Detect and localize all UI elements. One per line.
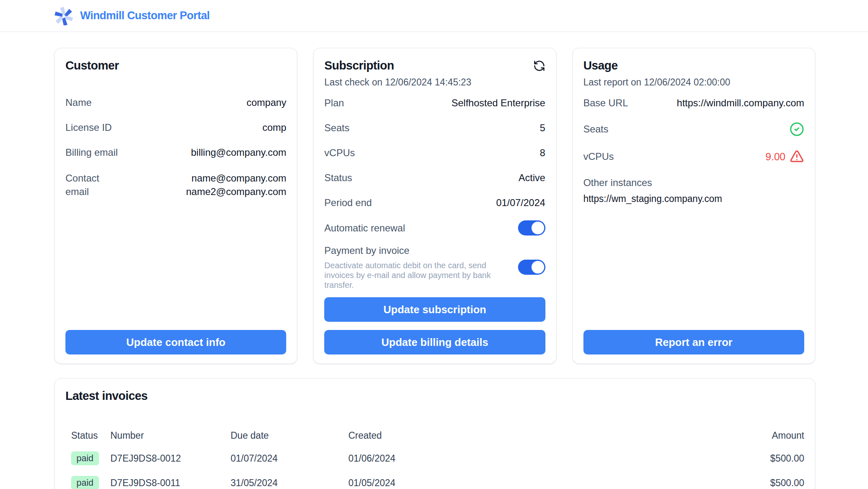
billing-email-value: billing@company.com	[191, 146, 286, 159]
payment-by-invoice-label: Payment by invoice	[324, 244, 501, 257]
base-url-label: Base URL	[583, 97, 628, 109]
billing-email-row: Billing email billing@company.com	[65, 146, 286, 159]
invoice-due-date: 31/05/2024	[231, 478, 348, 489]
period-end-row: Period end 01/07/2024	[324, 197, 545, 209]
subscription-rows: Plan Selfhosted Enterprise Seats 5 vCPUs…	[324, 97, 545, 209]
column-due-date: Due date	[231, 429, 348, 442]
summary-cards-row: Customer Name company License ID comp Bi…	[54, 48, 815, 364]
usage-seats-status	[789, 122, 804, 137]
column-created: Created	[348, 429, 714, 442]
automatic-renewal-label: Automatic renewal	[324, 222, 405, 234]
usage-rows: Base URL https://windmill.company.com Se…	[583, 97, 804, 204]
usage-card-title: Usage	[583, 58, 804, 73]
status-badge: paid	[71, 476, 99, 489]
refresh-icon[interactable]	[533, 60, 545, 72]
vcpus-row: vCPUs 8	[324, 147, 545, 159]
usage-seats-label: Seats	[583, 123, 608, 135]
update-contact-info-button[interactable]: Update contact info	[65, 330, 286, 354]
invoice-number: D7EJ9DS8-0012	[110, 453, 231, 464]
name-label: Name	[65, 96, 92, 109]
license-id-value: comp	[262, 121, 287, 134]
seats-row: Seats 5	[324, 122, 545, 134]
main-content: Customer Name company License ID comp Bi…	[0, 48, 868, 489]
invoice-created: 01/06/2024	[348, 453, 714, 464]
invoices-table-header: Status Number Due date Created Amount	[71, 429, 804, 442]
base-url-value: https://windmill.company.com	[677, 97, 804, 109]
invoice-row: paid D7EJ9DS8-0012 01/07/2024 01/06/2024…	[71, 451, 804, 466]
payment-by-invoice-toggle[interactable]	[518, 260, 545, 275]
invoice-amount: $500.00	[714, 453, 804, 464]
status-row: Status Active	[324, 172, 545, 184]
contact-email-row: Contact email name@company.com name2@com…	[65, 171, 286, 198]
circle-check-icon	[789, 122, 804, 137]
invoice-row: paid D7EJ9DS8-0011 31/05/2024 01/05/2024…	[71, 475, 804, 489]
customer-card: Customer Name company License ID comp Bi…	[54, 48, 297, 364]
billing-email-label: Billing email	[65, 146, 118, 159]
seats-label: Seats	[324, 122, 349, 134]
plan-label: Plan	[324, 97, 344, 109]
vcpus-label: vCPUs	[324, 147, 355, 159]
invoices-table: Status Number Due date Created Amount pa…	[65, 429, 804, 489]
contact-email-1: name@company.com	[191, 173, 286, 184]
name-value: company	[247, 96, 286, 109]
usage-card: Usage Last report on 12/06/2024 02:00:00…	[572, 48, 815, 364]
status-value: Active	[518, 172, 545, 184]
update-subscription-button[interactable]: Update subscription	[324, 297, 545, 322]
plan-value: Selfhosted Enterprise	[451, 97, 545, 109]
invoice-created: 01/05/2024	[348, 478, 714, 489]
latest-invoices-title: Latest invoices	[65, 388, 804, 403]
subscription-card-title: Subscription	[324, 58, 394, 73]
column-status: Status	[71, 429, 110, 442]
triangle-alert-icon	[789, 149, 804, 164]
customer-rows: Name company License ID comp Billing ema…	[65, 96, 286, 198]
app-header: Windmill Customer Portal	[0, 0, 868, 32]
contact-email-label: Contact email	[65, 171, 108, 198]
invoice-due-date: 01/07/2024	[231, 453, 348, 464]
invoice-number: D7EJ9DS8-0011	[110, 478, 231, 489]
period-end-label: Period end	[324, 197, 372, 209]
update-billing-details-button[interactable]: Update billing details	[324, 330, 545, 354]
usage-vcpus-status: 9.00	[765, 149, 804, 164]
invoice-amount: $500.00	[714, 478, 804, 489]
plan-row: Plan Selfhosted Enterprise	[324, 97, 545, 109]
usage-vcpus-label: vCPUs	[583, 150, 614, 163]
windmill-logo-icon	[54, 7, 73, 25]
app-title: Windmill Customer Portal	[80, 9, 210, 22]
report-an-error-button[interactable]: Report an error	[583, 330, 804, 354]
payment-by-invoice-text: Payment by invoice Deactivate automatic …	[324, 244, 501, 290]
other-instances-block: Other instances https://wm_staging.compa…	[583, 177, 804, 204]
automatic-renewal-row: Automatic renewal	[324, 220, 545, 236]
usage-vcpus-value: 9.00	[765, 150, 785, 163]
license-id-label: License ID	[65, 121, 112, 134]
automatic-renewal-toggle[interactable]	[518, 220, 545, 236]
vcpus-value: 8	[540, 147, 545, 159]
subscription-card: Subscription Last check on 12/06/2024 14…	[313, 48, 556, 364]
contact-email-value: name@company.com name2@company.com	[186, 171, 286, 198]
column-number: Number	[110, 429, 231, 442]
payment-by-invoice-row: Payment by invoice Deactivate automatic …	[324, 244, 545, 290]
customer-name-row: Name company	[65, 96, 286, 109]
other-instance-url: https://wm_staging.company.com	[583, 193, 804, 204]
last-report-text: Last report on 12/06/2024 02:00:00	[583, 76, 804, 88]
license-id-row: License ID comp	[65, 121, 286, 134]
status-label: Status	[324, 172, 352, 184]
customer-card-title: Customer	[65, 58, 286, 73]
period-end-value: 01/07/2024	[496, 197, 545, 209]
usage-vcpus-row: vCPUs 9.00	[583, 149, 804, 164]
latest-invoices-card: Latest invoices Status Number Due date C…	[54, 378, 815, 489]
payment-by-invoice-description: Deactivate automatic debit on the card, …	[324, 260, 501, 290]
status-badge: paid	[71, 451, 99, 465]
usage-seats-row: Seats	[583, 122, 804, 137]
contact-email-2: name2@company.com	[186, 186, 286, 197]
seats-value: 5	[540, 122, 545, 134]
last-check-text: Last check on 12/06/2024 14:45:23	[324, 76, 545, 88]
column-amount: Amount	[714, 429, 804, 442]
other-instances-label: Other instances	[583, 177, 804, 189]
base-url-row: Base URL https://windmill.company.com	[583, 97, 804, 109]
